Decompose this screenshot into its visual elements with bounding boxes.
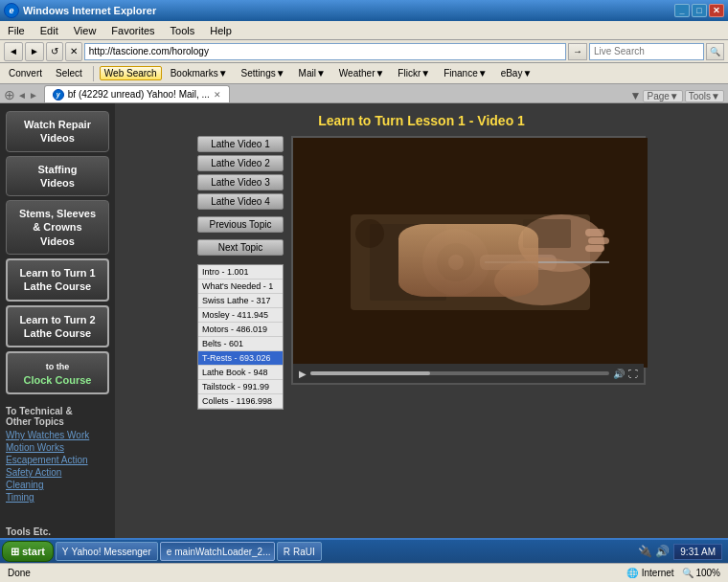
playlist-item-swiss[interactable]: Swiss Lathe - 317 — [198, 294, 283, 308]
lathe-video-3-button[interactable]: Lathe Video 3 — [197, 174, 284, 190]
stop-button[interactable]: ✕ — [65, 42, 82, 61]
sidebar-link-why-watches[interactable]: Why Watches Work — [6, 429, 109, 441]
mail-label: Mail▼ — [299, 68, 326, 78]
toolbar-bar: Convert Select Web Search Bookmarks▼ Set… — [0, 63, 728, 84]
playlist-item-collets[interactable]: Collets - 1196.998 — [198, 394, 283, 409]
maximize-button[interactable]: □ — [692, 4, 707, 17]
back-button[interactable]: ◄ — [4, 42, 23, 61]
refresh-button[interactable]: ↺ — [46, 42, 63, 61]
fullscreen-button[interactable]: ⛶ — [628, 369, 638, 379]
toolbar-settings[interactable]: Settings▼ — [237, 66, 290, 80]
raui-icon: R — [284, 547, 290, 557]
ie-icon: e — [167, 547, 172, 557]
taskbar-yahoo-label: Yahoo! Messenger — [72, 547, 151, 557]
minimize-button[interactable]: _ — [674, 4, 690, 17]
toolbar-ebay[interactable]: eBay▼ — [496, 66, 537, 80]
search-input[interactable] — [589, 43, 704, 60]
playlist-item-intro[interactable]: Intro - 1.001 — [198, 265, 283, 280]
playlist-item-trests[interactable]: T-Rests - 693.026 — [198, 351, 283, 366]
zoom-text: 🔍 100% — [682, 568, 720, 578]
status-left: Done — [8, 568, 31, 578]
progress-track[interactable] — [310, 371, 609, 375]
clock: 9:31 AM — [673, 544, 722, 560]
volume-icon[interactable]: 🔊 — [613, 369, 625, 379]
toolbar-finance[interactable]: Finance▼ — [439, 66, 491, 80]
address-bar[interactable] — [84, 43, 566, 60]
taskbar-item-raui[interactable]: R RaUI — [277, 542, 322, 561]
search-button[interactable]: 🔍 — [706, 43, 724, 60]
lathe-video-1-button[interactable]: Lathe Video 1 — [197, 136, 284, 152]
video-scene — [293, 138, 644, 383]
menu-favorites[interactable]: Favorites — [107, 24, 158, 37]
status-right: 🌐 Internet 🔍 100% — [626, 568, 720, 578]
taskbar-watchloader-label: mainWatchLoader_2... — [174, 547, 270, 557]
go-button[interactable]: → — [568, 43, 587, 60]
toolbar-mail[interactable]: Mail▼ — [294, 66, 330, 80]
playlist-item-tailstock[interactable]: Tailstock - 991.99 — [198, 380, 283, 394]
page-button[interactable]: Page▼ — [643, 90, 682, 102]
nav-bar: ◄ ► ↺ ✕ → 🔍 — [0, 40, 728, 63]
tab-icons-left: ⊕ ◄ ► — [4, 87, 38, 102]
start-button[interactable]: ⊞ start — [2, 541, 54, 562]
menu-help[interactable]: Help — [206, 24, 236, 37]
sidebar-btn-watch-repair[interactable]: Watch RepairVideos — [6, 111, 109, 152]
tab-yahoo-mail[interactable]: y bf (42292 unread) Yahoo! Mail, ... ✕ — [44, 85, 230, 102]
video-controls-left: Lathe Video 1 Lathe Video 2 Lathe Video … — [197, 136, 284, 410]
toolbar-flickr[interactable]: Flickr▼ — [393, 66, 435, 80]
svg-point-5 — [448, 255, 464, 270]
tab-options-icon[interactable]: ▼ — [630, 89, 642, 102]
ie-logo-icon: e — [4, 3, 19, 18]
menu-bar: File Edit View Favorites Tools Help — [0, 21, 728, 40]
status-bar: Done 🌐 Internet 🔍 100% — [0, 563, 728, 582]
next-topic-button[interactable]: Next Topic — [197, 239, 284, 256]
content-area: Learn to Turn Lesson 1 - Video 1 Lathe V… — [115, 103, 728, 563]
svg-point-4 — [437, 243, 475, 281]
toolbar-weather[interactable]: Weather▼ — [334, 66, 390, 80]
menu-tools[interactable]: Tools — [167, 24, 199, 37]
toolbar-web-search[interactable]: Web Search — [100, 66, 162, 80]
toolbar-bookmarks[interactable]: Bookmarks▼ — [166, 66, 233, 80]
tab-label: bf (42292 unread) Yahoo! Mail, ... — [68, 89, 210, 100]
menu-file[interactable]: File — [4, 24, 29, 37]
technical-label: To Technical &Other Topics — [6, 402, 109, 429]
sidebar-btn-stems-sleeves[interactable]: Stems, Sleeves& Crowns Videos — [6, 200, 109, 255]
tools-page-button[interactable]: Tools▼ — [685, 90, 724, 102]
taskbar-item-yahoo[interactable]: Y Yahoo! Messenger — [56, 542, 158, 561]
sidebar-technical-section: To Technical &Other Topics Why Watches W… — [6, 398, 109, 507]
sidebar-btn-staffing[interactable]: StaffingVideos — [6, 156, 109, 197]
sidebar-link-cleaning[interactable]: Cleaning — [6, 479, 109, 491]
playlist-item-needed[interactable]: What's Needed - 1 — [198, 280, 283, 294]
previous-topic-button[interactable]: Previous Topic — [197, 216, 284, 233]
yahoo-icon: Y — [62, 547, 69, 557]
playlist-item-lathebook[interactable]: Lathe Book - 948 — [198, 366, 283, 380]
sidebar-btn-clock-course[interactable]: to theClock Course — [6, 351, 109, 394]
menu-view[interactable]: View — [70, 24, 101, 37]
sidebar-link-safety[interactable]: Safety Action — [6, 466, 109, 479]
convert-label: Convert — [9, 68, 42, 78]
sidebar-link-timing[interactable]: Timing — [6, 491, 109, 504]
lathe-video-4-button[interactable]: Lathe Video 4 — [197, 193, 284, 210]
play-button[interactable]: ▶ — [299, 369, 307, 379]
flickr-label: Flickr▼ — [398, 68, 430, 78]
playlist: Intro - 1.001 What's Needed - 1 Swiss La… — [197, 264, 284, 410]
select-button[interactable]: Select — [51, 66, 87, 80]
menu-edit[interactable]: Edit — [36, 24, 62, 37]
close-button[interactable]: ✕ — [709, 4, 724, 17]
sidebar-btn-learn-turn-2[interactable]: Learn to Turn 2Lathe Course — [6, 305, 109, 348]
sidebar-link-motion[interactable]: Motion Works — [6, 441, 109, 454]
forward-button[interactable]: ► — [25, 42, 44, 61]
playlist-item-motors[interactable]: Motors - 486.019 — [198, 323, 283, 337]
toolbar-separator-1 — [93, 66, 94, 81]
playlist-item-mosley[interactable]: Mosley - 411.945 — [198, 308, 283, 323]
playlist-item-belts[interactable]: Belts - 601 — [198, 337, 283, 351]
video-frame: ▶ 🔊 ⛶ — [291, 136, 646, 385]
windows-logo-icon: ⊞ — [11, 546, 19, 558]
taskbar-item-watchloader[interactable]: e mainWatchLoader_2... — [160, 542, 275, 561]
convert-button[interactable]: Convert — [4, 66, 47, 80]
sidebar: Watch RepairVideos StaffingVideos Stems,… — [0, 103, 115, 563]
sidebar-link-escapement[interactable]: Escapement Action — [6, 454, 109, 466]
window-title: Windows Internet Explorer — [23, 5, 156, 16]
lathe-video-2-button[interactable]: Lathe Video 2 — [197, 155, 284, 171]
sidebar-btn-learn-turn-1[interactable]: Learn to Turn 1Lathe Course — [6, 258, 109, 302]
tab-close-button[interactable]: ✕ — [214, 90, 221, 100]
